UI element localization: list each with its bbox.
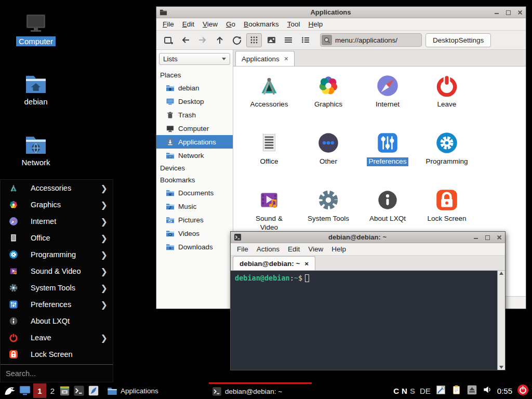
address-bar[interactable]: menu://applications/ bbox=[320, 33, 422, 47]
menu-file[interactable]: File bbox=[233, 244, 252, 255]
minimize-button[interactable] bbox=[473, 234, 479, 240]
desktop-icon-network[interactable]: Network bbox=[12, 135, 60, 167]
accessories-icon bbox=[256, 73, 282, 99]
forward-button[interactable] bbox=[195, 33, 210, 47]
icon-view-button[interactable] bbox=[246, 33, 262, 47]
thumbnail-view-button[interactable] bbox=[263, 33, 279, 47]
menu-file[interactable]: File bbox=[158, 19, 178, 30]
app-category-preferences[interactable]: Preferences bbox=[358, 130, 417, 184]
terminal-tab[interactable]: debian@debian: ~ × bbox=[233, 256, 315, 270]
menu-item-leave[interactable]: Leave ❯ bbox=[1, 329, 113, 346]
maximize-button[interactable] bbox=[506, 9, 511, 15]
sound-video-icon bbox=[8, 265, 19, 277]
file-manager-launcher[interactable] bbox=[59, 382, 71, 399]
menu-help[interactable]: Help bbox=[304, 19, 327, 30]
menu-edit[interactable]: Edit bbox=[284, 244, 304, 255]
sidebar-item-videos[interactable]: Videos bbox=[156, 227, 233, 240]
menu-item-sound-video[interactable]: Sound & Video ❯ bbox=[1, 263, 113, 280]
refresh-button[interactable] bbox=[229, 33, 245, 47]
menu-item-graphics[interactable]: Graphics ❯ bbox=[1, 196, 113, 213]
search-input[interactable] bbox=[1, 369, 113, 378]
sidebar-item-network[interactable]: Network bbox=[156, 149, 233, 162]
clipboard-tray-icon[interactable] bbox=[451, 384, 462, 397]
menu-item-office[interactable]: Office ❯ bbox=[1, 230, 113, 246]
terminal-screen[interactable]: debian@debian:~$ bbox=[231, 271, 497, 370]
scroll-down-icon[interactable] bbox=[499, 366, 503, 369]
app-category-leave[interactable]: Leave bbox=[417, 73, 476, 127]
tab-applications[interactable]: Applications × bbox=[235, 51, 295, 66]
workspace-2-button[interactable]: 2 bbox=[48, 382, 57, 399]
terminal-launcher[interactable] bbox=[73, 382, 85, 399]
screenshot-tray-icon[interactable] bbox=[435, 384, 446, 397]
task-button-applications[interactable]: Applications bbox=[104, 382, 207, 399]
menu-item-system-tools[interactable]: System Tools ❯ bbox=[1, 280, 113, 296]
menu-actions[interactable]: Actions bbox=[252, 244, 284, 255]
menu-item-preferences[interactable]: Preferences ❯ bbox=[1, 296, 113, 313]
new-tab-button[interactable] bbox=[161, 33, 176, 47]
show-desktop-button[interactable] bbox=[19, 382, 31, 399]
keyboard-indicator[interactable]: C N S bbox=[393, 387, 415, 395]
close-button[interactable] bbox=[496, 234, 502, 240]
featherpad-icon bbox=[88, 385, 99, 396]
removable-media-icon[interactable] bbox=[467, 384, 477, 397]
up-button[interactable] bbox=[212, 33, 228, 47]
sidebar-item-documents[interactable]: Documents bbox=[156, 186, 233, 200]
menu-item-programming[interactable]: Programming ❯ bbox=[1, 246, 113, 263]
menu-item-lock-screen[interactable]: Lock Screen bbox=[1, 346, 113, 363]
computer-icon bbox=[166, 124, 175, 133]
tab-close-icon[interactable]: × bbox=[304, 260, 309, 268]
system-tray: C N S DE 0:55 bbox=[393, 382, 531, 399]
fm-titlebar[interactable]: Applications bbox=[156, 7, 526, 18]
workspace-1-button[interactable]: 1 bbox=[33, 383, 46, 398]
sidebar-item-desktop[interactable]: Desktop bbox=[156, 95, 233, 108]
close-button[interactable] bbox=[517, 9, 523, 15]
compact-view-button[interactable] bbox=[281, 33, 296, 47]
sidebar-mode-combobox[interactable]: Lists bbox=[159, 53, 230, 65]
keyboard-layout-indicator[interactable]: DE bbox=[420, 387, 431, 395]
menu-go[interactable]: Go bbox=[222, 19, 240, 30]
app-category-graphics[interactable]: Graphics bbox=[299, 73, 358, 127]
prompt-path: ~ bbox=[294, 274, 298, 282]
scroll-up-icon[interactable] bbox=[499, 272, 503, 275]
minimize-button[interactable] bbox=[494, 9, 500, 15]
terminal-scrollbar[interactable] bbox=[497, 271, 505, 370]
app-category-other[interactable]: Other bbox=[299, 130, 358, 184]
desktop-settings-button[interactable]: DesktopSettings bbox=[425, 33, 491, 47]
task-button-terminal[interactable]: debian@debian: ~ bbox=[209, 382, 312, 399]
sidebar-item-pictures[interactable]: Pictures bbox=[156, 213, 233, 227]
app-category-accessories[interactable]: Accessories bbox=[240, 73, 299, 127]
sidebar-item-computer[interactable]: Computer bbox=[156, 122, 233, 135]
sidebar-item-music[interactable]: Music bbox=[156, 200, 233, 213]
menu-view[interactable]: View bbox=[198, 19, 222, 30]
about-lxqt-icon bbox=[8, 315, 19, 327]
sidebar-item-debian[interactable]: debian bbox=[156, 81, 233, 95]
back-button[interactable] bbox=[178, 33, 193, 47]
menu-tool[interactable]: Tool bbox=[283, 19, 304, 30]
volume-icon[interactable] bbox=[482, 384, 493, 397]
sidebar-item-trash[interactable]: Trash bbox=[156, 108, 233, 122]
power-button[interactable] bbox=[517, 384, 529, 398]
app-category-internet[interactable]: Internet bbox=[358, 73, 417, 127]
menu-help[interactable]: Help bbox=[327, 244, 350, 255]
menu-view[interactable]: View bbox=[304, 244, 327, 255]
menu-bookmarks[interactable]: Bookmarks bbox=[240, 19, 283, 30]
menu-edit[interactable]: Edit bbox=[178, 19, 198, 30]
desktop-icon-computer[interactable]: Computer bbox=[12, 14, 60, 46]
maximize-button[interactable] bbox=[485, 234, 490, 240]
menu-item-accessories[interactable]: Accessories ❯ bbox=[1, 180, 113, 196]
clock[interactable]: 0:55 bbox=[497, 387, 512, 395]
menu-search[interactable] bbox=[1, 364, 113, 382]
text-editor-launcher[interactable] bbox=[88, 382, 99, 399]
sidebar-item-downloads[interactable]: Downloads bbox=[156, 240, 233, 254]
terminal-titlebar[interactable]: debian@debian: ~ bbox=[231, 232, 505, 243]
menu-item-about-lxqt[interactable]: About LXQt bbox=[1, 313, 113, 329]
main-menu-button[interactable] bbox=[3, 382, 16, 399]
tab-close-icon[interactable]: × bbox=[284, 55, 288, 63]
menu-item-internet[interactable]: Internet ❯ bbox=[1, 213, 113, 230]
sidebar-item-applications[interactable]: Applications bbox=[156, 135, 233, 149]
network-folder-icon bbox=[24, 135, 47, 155]
detailed-view-button[interactable] bbox=[298, 33, 313, 47]
desktop-icon-debian[interactable]: debian bbox=[12, 74, 60, 107]
app-category-office[interactable]: Office bbox=[240, 130, 299, 184]
app-category-programming[interactable]: Programming bbox=[417, 130, 476, 184]
